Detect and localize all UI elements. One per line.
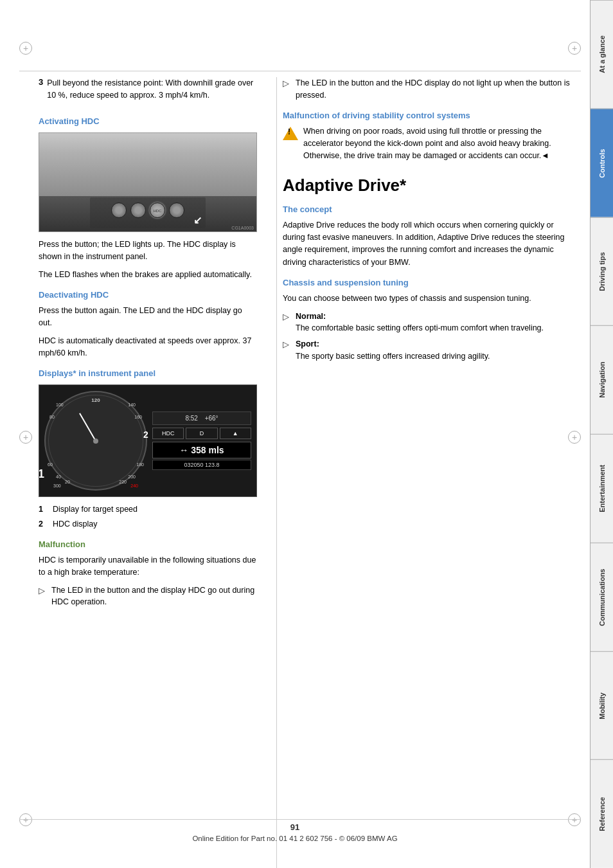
speedo-40: 40 <box>56 475 61 479</box>
hdc-indicator: HDC <box>152 428 184 439</box>
list-num-2: 2 <box>39 518 48 530</box>
tab-entertainment[interactable]: Entertainment <box>591 434 613 543</box>
tab-driving-tips[interactable]: Driving tips <box>591 217 613 326</box>
speedo-160: 160 <box>134 415 142 419</box>
displays-heading: Displays* in instrument panel <box>39 368 257 378</box>
malfunction-desc: HDC is temporarily unavailable in the fo… <box>39 554 257 579</box>
speedo-80: 80 <box>49 415 55 419</box>
page-footer: 91 Online Edition for Part no. 01 41 2 6… <box>0 822 590 842</box>
photo-copyright-1: CG1A0003 <box>231 226 254 230</box>
activating-hdc-image: HDC ↙ CG1A0003 <box>39 132 257 232</box>
tab-navigation[interactable]: Navigation <box>591 325 613 434</box>
tab-controls[interactable]: Controls <box>591 109 613 217</box>
warning-block: When driving on poor roads, avoid using … <box>283 125 577 163</box>
time-value: 8:52 <box>185 415 197 422</box>
odo-value: 032050 123.8 <box>184 462 219 468</box>
concept-heading: The concept <box>283 204 577 214</box>
chassis-normal-label: Normal: <box>296 312 326 321</box>
chassis-sport-content: Sport: The sporty basic setting offers i… <box>296 338 490 363</box>
chassis-sport-label: Sport: <box>296 339 319 348</box>
tab-label-communications: Communications <box>598 568 606 626</box>
speedo-200: 200 <box>128 475 136 479</box>
malfunction-bullet-2: ▷ The LED in the button and the HDC disp… <box>283 77 577 102</box>
main-content: 3 Pull beyond the resistance point: With… <box>0 0 590 868</box>
speed-display: ↔ 358 mls <box>152 442 251 458</box>
malfunction-bullet-2-text: The LED in the button and the HDC displa… <box>296 77 577 102</box>
temp-value: +66° <box>205 415 218 422</box>
console-btn-4 <box>169 203 184 218</box>
malfunction-bullet-1: ▷ The LED in the button and the display … <box>39 584 257 609</box>
tab-label-at-a-glance: At a glance <box>598 36 606 74</box>
instrument-panel-list: 1 Display for target speed 2 HDC display <box>39 503 257 530</box>
chassis-sport-text: The sporty basic setting offers increase… <box>296 352 490 361</box>
left-column: 3 Pull beyond the resistance point: With… <box>0 0 276 868</box>
speedo-center-dot <box>93 439 98 444</box>
chassis-intro: You can choose between two types of chas… <box>283 293 577 305</box>
console-buttons: HDC <box>90 197 206 223</box>
speedo-140: 140 <box>128 402 136 407</box>
tab-label-reference: Reference <box>598 797 606 831</box>
chassis-sport: ▷ Sport: The sporty basic setting offers… <box>283 338 577 363</box>
speedo-300: 300 <box>53 484 61 488</box>
label-1: 1 <box>39 467 44 481</box>
list-item-2: 2 HDC display <box>39 518 257 530</box>
adaptive-drive-heading: Adaptive Drive* <box>283 176 577 195</box>
speedometer-diagram: 120 140 100 160 80 180 60 200 40 220 20 … <box>39 384 257 497</box>
right-column: ▷ The LED in the button and the HDC disp… <box>276 0 590 868</box>
speedo-100: 100 <box>56 402 64 407</box>
speedo-20: 20 <box>65 480 70 484</box>
deactivating-desc-1: Press the button again. The LED and the … <box>39 305 257 330</box>
speed-value: ↔ 358 mls <box>179 445 224 455</box>
drive-mode-d: D <box>186 428 217 439</box>
warning-text: When driving on poor roads, avoid using … <box>303 125 577 163</box>
step-3-text: Pull beyond the resistance point: With d… <box>47 77 257 102</box>
tab-at-a-glance[interactable]: At a glance <box>591 0 613 109</box>
tab-label-driving-tips: Driving tips <box>598 252 606 291</box>
arrow-icon-sport: ▷ <box>283 338 292 363</box>
tab-bar: At a glance Controls Driving tips Naviga… <box>590 0 613 868</box>
malfunction-bullet-1-text: The LED in the button and the display HD… <box>51 584 257 609</box>
speedo-240: 240 <box>130 484 138 488</box>
odometer-display: 032050 123.8 <box>152 460 251 470</box>
activating-desc-2: The LED flashes when the brakes are appl… <box>39 269 257 281</box>
tab-label-navigation: Navigation <box>598 362 606 398</box>
speedo-120: 120 <box>91 397 100 403</box>
drive-mode-up: ▲ <box>220 428 251 439</box>
malfunction-heading: Malfunction <box>39 539 257 549</box>
deactivating-hdc-heading: Deactivating HDC <box>39 290 257 300</box>
page-number: 91 <box>0 822 590 832</box>
footer-text: Online Edition for Part no. 01 41 2 602 … <box>192 835 397 842</box>
step-3-container: 3 Pull beyond the resistance point: With… <box>39 77 257 107</box>
page: 3 Pull beyond the resistance point: With… <box>0 0 613 868</box>
arrow-pointer: ↙ <box>193 214 202 226</box>
tab-reference[interactable]: Reference <box>591 759 613 868</box>
malfunction-stability-heading: Malfunction of driving stability control… <box>283 111 577 120</box>
tab-mobility[interactable]: Mobility <box>591 651 613 760</box>
tab-label-mobility: Mobility <box>598 692 606 719</box>
center-console: HDC <box>90 197 206 228</box>
adaptive-drive-section: Adaptive Drive* <box>283 176 577 195</box>
list-text-2: HDC display <box>53 518 97 530</box>
arrow-icon-2: ▷ <box>283 77 292 102</box>
arrow-icon-normal: ▷ <box>283 311 292 335</box>
list-text-1: Display for target speed <box>53 503 138 516</box>
tab-communications[interactable]: Communications <box>591 543 613 651</box>
info-panel-area: 8:52 +66° HDC D ▲ ↔ 358 mls 0 <box>152 411 251 470</box>
speedometer-circle: 120 140 100 160 80 180 60 200 40 220 20 … <box>44 391 147 491</box>
warning-triangle-icon <box>283 127 298 140</box>
speedo-60: 60 <box>48 462 53 467</box>
activating-hdc-heading: Activating HDC <box>39 116 257 126</box>
chassis-normal: ▷ Normal: The comfortable basic setting … <box>283 311 577 335</box>
tab-label-controls: Controls <box>598 149 606 177</box>
chassis-heading: Chassis and suspension tuning <box>283 278 577 287</box>
tab-label-entertainment: Entertainment <box>598 465 606 512</box>
activating-desc-1: Press the button; the LED lights up. The… <box>39 239 257 264</box>
console-btn-hdc: HDC <box>150 203 165 218</box>
list-num-1: 1 <box>39 503 48 516</box>
arrow-icon-1: ▷ <box>39 584 48 609</box>
deactivating-desc-2: HDC is automatically deactivated at spee… <box>39 335 257 360</box>
concept-text: Adaptive Drive reduces the body roll whi… <box>283 219 577 269</box>
console-btn-1 <box>111 203 127 218</box>
dash-photo: HDC ↙ CG1A0003 <box>39 133 256 231</box>
step-3-number: 3 <box>39 77 43 107</box>
